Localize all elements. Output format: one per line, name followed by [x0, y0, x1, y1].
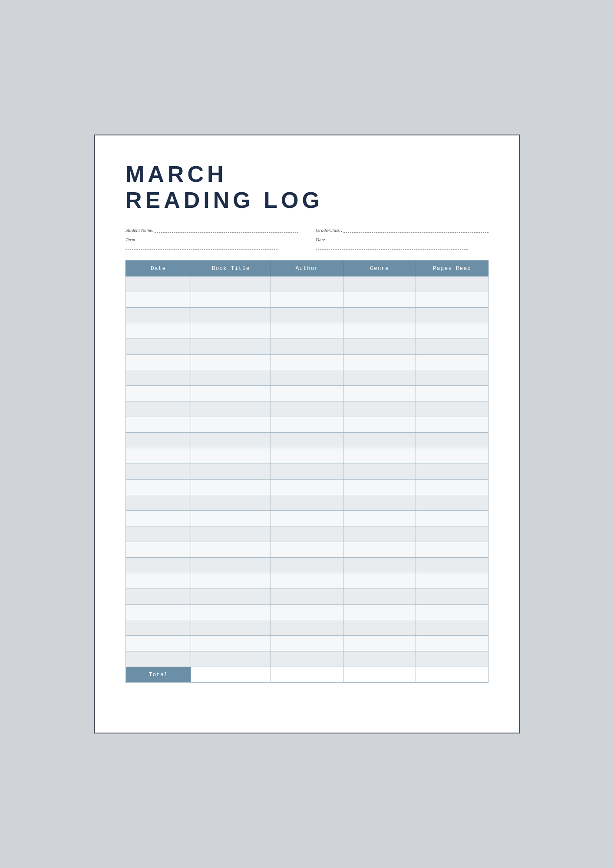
table-cell[interactable] [126, 573, 191, 589]
table-cell[interactable] [343, 401, 416, 417]
table-cell[interactable] [416, 464, 488, 479]
table-cell[interactable] [271, 448, 343, 464]
table-cell[interactable] [416, 385, 488, 401]
table-cell[interactable] [271, 307, 343, 323]
table-cell[interactable] [271, 651, 343, 667]
table-cell[interactable] [126, 635, 191, 651]
table-cell[interactable] [416, 307, 488, 323]
table-cell[interactable] [191, 510, 271, 526]
table-cell[interactable] [271, 542, 343, 557]
table-cell[interactable] [271, 401, 343, 417]
table-cell[interactable] [343, 542, 416, 557]
table-cell[interactable] [271, 620, 343, 635]
table-cell[interactable] [416, 432, 488, 448]
table-cell[interactable] [191, 589, 271, 604]
table-cell[interactable] [126, 479, 191, 495]
table-cell[interactable] [416, 589, 488, 604]
table-cell[interactable] [271, 604, 343, 620]
table-cell[interactable] [126, 339, 191, 354]
table-cell[interactable] [126, 604, 191, 620]
table-cell[interactable] [126, 354, 191, 370]
table-cell[interactable] [416, 526, 488, 542]
table-cell[interactable] [343, 635, 416, 651]
table-cell[interactable] [271, 589, 343, 604]
table-cell[interactable] [191, 276, 271, 292]
table-cell[interactable] [126, 432, 191, 448]
table-cell[interactable] [191, 479, 271, 495]
table-cell[interactable] [191, 307, 271, 323]
table-cell[interactable] [126, 370, 191, 385]
table-cell[interactable] [416, 323, 488, 339]
term-line[interactable] [125, 243, 277, 250]
table-cell[interactable] [271, 464, 343, 479]
table-cell[interactable] [271, 526, 343, 542]
table-cell[interactable] [343, 573, 416, 589]
total-cell[interactable] [191, 667, 271, 682]
date-line[interactable] [316, 243, 468, 250]
table-cell[interactable] [271, 635, 343, 651]
table-cell[interactable] [126, 526, 191, 542]
table-cell[interactable] [191, 526, 271, 542]
table-cell[interactable] [271, 292, 343, 307]
table-cell[interactable] [271, 354, 343, 370]
table-cell[interactable] [126, 401, 191, 417]
table-cell[interactable] [343, 620, 416, 635]
table-cell[interactable] [271, 323, 343, 339]
table-cell[interactable] [126, 448, 191, 464]
table-cell[interactable] [126, 385, 191, 401]
table-cell[interactable] [191, 401, 271, 417]
table-cell[interactable] [126, 417, 191, 432]
student-name-line[interactable] [155, 227, 298, 233]
table-cell[interactable] [126, 557, 191, 573]
table-cell[interactable] [343, 276, 416, 292]
table-cell[interactable] [126, 651, 191, 667]
table-cell[interactable] [191, 323, 271, 339]
table-cell[interactable] [126, 589, 191, 604]
table-cell[interactable] [126, 307, 191, 323]
table-cell[interactable] [343, 448, 416, 464]
table-cell[interactable] [416, 542, 488, 557]
table-cell[interactable] [416, 339, 488, 354]
table-cell[interactable] [271, 495, 343, 510]
table-cell[interactable] [126, 510, 191, 526]
table-cell[interactable] [126, 323, 191, 339]
table-cell[interactable] [191, 339, 271, 354]
table-cell[interactable] [343, 354, 416, 370]
table-cell[interactable] [416, 495, 488, 510]
table-cell[interactable] [191, 604, 271, 620]
table-cell[interactable] [126, 464, 191, 479]
table-cell[interactable] [416, 620, 488, 635]
table-cell[interactable] [126, 292, 191, 307]
table-cell[interactable] [271, 370, 343, 385]
table-cell[interactable] [343, 464, 416, 479]
table-cell[interactable] [343, 339, 416, 354]
table-cell[interactable] [191, 573, 271, 589]
table-cell[interactable] [271, 339, 343, 354]
table-cell[interactable] [416, 292, 488, 307]
table-cell[interactable] [191, 651, 271, 667]
table-cell[interactable] [271, 276, 343, 292]
table-cell[interactable] [126, 542, 191, 557]
table-cell[interactable] [191, 620, 271, 635]
table-cell[interactable] [343, 526, 416, 542]
table-cell[interactable] [126, 276, 191, 292]
table-cell[interactable] [271, 385, 343, 401]
table-cell[interactable] [343, 292, 416, 307]
table-cell[interactable] [416, 479, 488, 495]
table-cell[interactable] [416, 651, 488, 667]
table-cell[interactable] [191, 370, 271, 385]
table-cell[interactable] [126, 495, 191, 510]
table-cell[interactable] [343, 370, 416, 385]
table-cell[interactable] [416, 448, 488, 464]
table-cell[interactable] [191, 635, 271, 651]
table-cell[interactable] [343, 417, 416, 432]
table-cell[interactable] [416, 604, 488, 620]
table-cell[interactable] [191, 385, 271, 401]
table-cell[interactable] [271, 510, 343, 526]
table-cell[interactable] [343, 495, 416, 510]
table-cell[interactable] [343, 651, 416, 667]
table-cell[interactable] [271, 573, 343, 589]
table-cell[interactable] [416, 401, 488, 417]
table-cell[interactable] [271, 417, 343, 432]
table-cell[interactable] [416, 276, 488, 292]
